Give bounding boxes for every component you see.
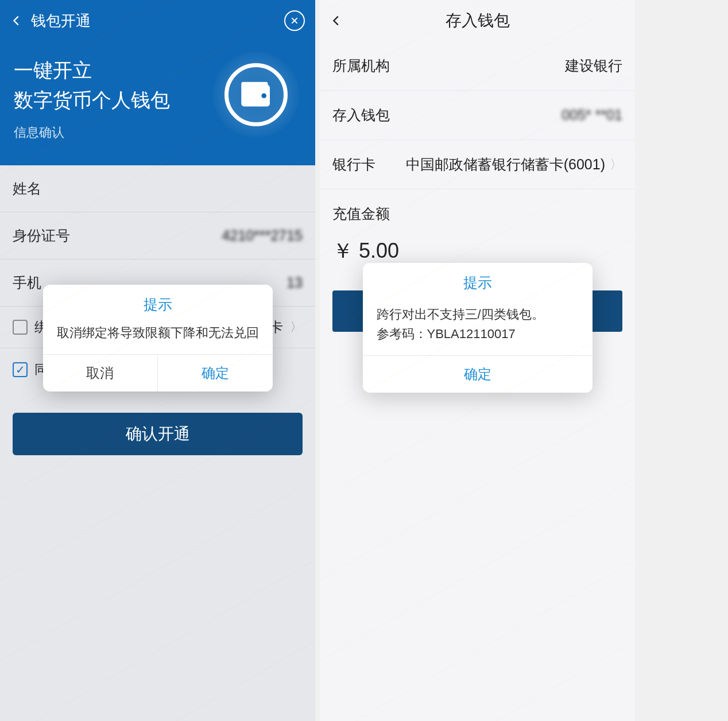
dialog-buttons: 取消 确定 xyxy=(43,354,273,391)
screen-deposit-wallet: 存入钱包 所属机构 建设银行 存入钱包 005* **01 银行卡 中国邮政储蓄… xyxy=(320,0,635,721)
dialog-line2: 参考码：YBLA12110017 xyxy=(377,324,579,344)
confirm-button[interactable]: 确定 xyxy=(363,355,593,393)
dialog-message: 取消绑定将导致限额下降和无法兑回 xyxy=(43,321,273,354)
dialog-line1: 跨行对出不支持三/四类钱包。 xyxy=(377,305,579,324)
dialog-title: 提示 xyxy=(363,263,593,299)
dialog-body: 跨行对出不支持三/四类钱包。 参考码：YBLA12110017 xyxy=(363,299,593,355)
alert-dialog: 提示 跨行对出不支持三/四类钱包。 参考码：YBLA12110017 确定 xyxy=(363,263,593,393)
cancel-button[interactable]: 取消 xyxy=(43,355,158,391)
alert-dialog: 提示 取消绑定将导致限额下降和无法兑回 取消 确定 xyxy=(43,285,273,391)
confirm-button[interactable]: 确定 xyxy=(158,355,273,391)
dialog-title: 提示 xyxy=(43,285,273,321)
modal-overlay: 提示 取消绑定将导致限额下降和无法兑回 取消 确定 xyxy=(0,0,315,721)
screen-open-wallet: 钱包开通 一键开立 数字货币个人钱包 信息确认 姓名 身份证号 4210***2… xyxy=(0,0,315,721)
modal-overlay: 提示 跨行对出不支持三/四类钱包。 参考码：YBLA12110017 确定 xyxy=(320,0,635,721)
